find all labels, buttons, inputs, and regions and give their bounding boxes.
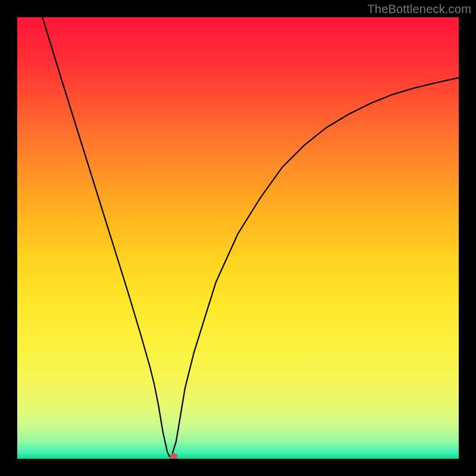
- bottleneck-curve: [42, 17, 459, 456]
- plot-area: [17, 17, 459, 459]
- marker-dot: [170, 453, 178, 459]
- watermark-text: TheBottleneck.com: [367, 2, 471, 16]
- curve-svg: [17, 17, 459, 459]
